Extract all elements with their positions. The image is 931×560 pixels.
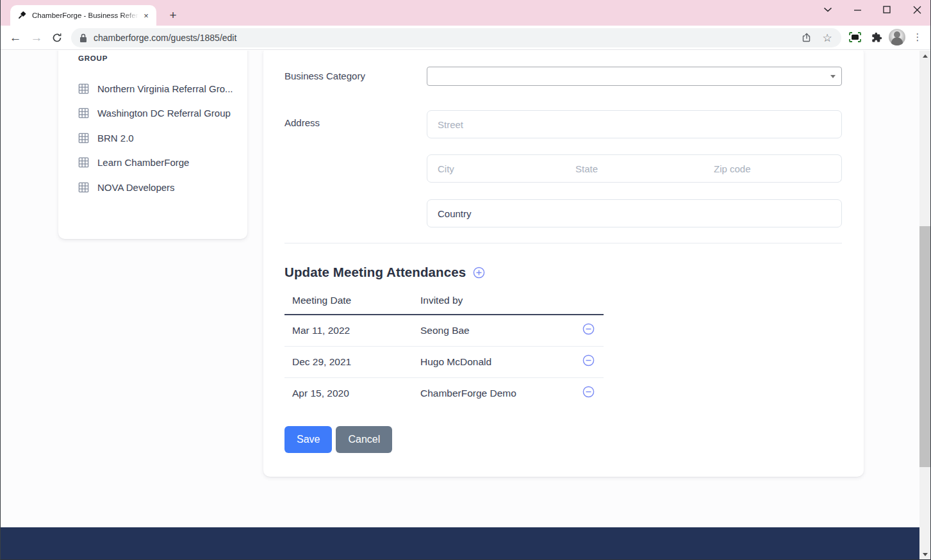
actions-column-header — [570, 295, 604, 315]
browser-window: ChamberForge - Business Referra × + ← → — [0, 0, 931, 560]
address-label: Address — [284, 117, 320, 128]
reload-button[interactable] — [47, 28, 67, 47]
remove-attendance-minus-circle-icon[interactable] — [582, 323, 595, 335]
sidebar-item-label: NOVA Developers — [97, 182, 175, 193]
close-window-button[interactable] — [907, 1, 927, 19]
sidebar-item-nova-developers[interactable]: NOVA Developers — [58, 175, 247, 200]
country-input[interactable] — [427, 199, 842, 227]
browser-tab[interactable]: ChamberForge - Business Referra × — [10, 5, 156, 26]
forward-button: → — [27, 28, 46, 47]
browser-toolbar: ← → chamberforge.com/guests/1885/edit — [1, 26, 930, 50]
grid-icon — [78, 133, 89, 144]
grid-icon — [78, 157, 89, 168]
arrow-up-icon — [923, 54, 928, 58]
group-heading: GROUP — [78, 54, 108, 62]
street-input[interactable] — [427, 110, 842, 138]
arrow-down-icon — [923, 553, 928, 556]
url-text[interactable]: chamberforge.com/guests/1885/edit — [94, 33, 798, 43]
sidebar-item-brn-2-0[interactable]: BRN 2.0 — [58, 126, 247, 151]
maximize-button[interactable] — [877, 1, 896, 19]
address-bar[interactable]: chamberforge.com/guests/1885/edit ☆ — [71, 28, 841, 47]
meeting-date-column-header: Meeting Date — [284, 295, 413, 315]
table-header-row: Meeting Date Invited by — [284, 295, 604, 315]
sidebar-item-learn-chamberforge[interactable]: Learn ChamberForge — [58, 151, 247, 176]
meeting-date-cell: Apr 15, 2020 — [284, 377, 413, 409]
gavel-favicon-icon — [17, 10, 27, 21]
state-input[interactable] — [565, 154, 704, 183]
attendance-heading: Update Meeting Attendances — [284, 265, 466, 280]
sidebar-item-label: BRN 2.0 — [97, 133, 134, 144]
invited-by-column-header: Invited by — [413, 295, 570, 315]
table-row: Mar 11, 2022 Seong Bae — [284, 315, 604, 346]
browser-menu-kebab-icon[interactable]: ⋮ — [909, 28, 927, 46]
sidebar-item-northern-virginia[interactable]: Northern Virginia Referral Gro... — [58, 76, 247, 101]
sidebar-item-washington-dc[interactable]: Washington DC Referral Group — [58, 101, 247, 126]
business-category-select[interactable] — [427, 67, 842, 86]
guest-edit-form-card: Business Category Address Update Meeting… — [263, 51, 864, 477]
scrollbar-up-button[interactable] — [919, 51, 930, 62]
sidebar-item-label: Northern Virginia Referral Gro... — [97, 83, 233, 94]
attendance-section: Update Meeting Attendances Meeting Date … — [284, 265, 842, 453]
meeting-date-cell: Dec 29, 2021 — [284, 346, 413, 377]
screen-capture-icon — [849, 32, 862, 42]
capture-extension-button[interactable] — [846, 28, 864, 46]
section-divider — [284, 243, 842, 243]
table-row: Dec 29, 2021 Hugo McDonald — [284, 346, 604, 377]
grid-icon — [78, 83, 89, 94]
save-button[interactable]: Save — [284, 426, 332, 453]
invited-by-cell: Seong Bae — [413, 315, 570, 346]
tab-close-icon[interactable]: × — [141, 10, 151, 21]
chevron-down-icon — [830, 75, 836, 78]
business-category-label: Business Category — [284, 70, 365, 81]
share-icon — [802, 33, 812, 43]
remove-attendance-minus-circle-icon[interactable] — [582, 386, 595, 398]
scrollbar-down-button[interactable] — [919, 549, 930, 560]
new-tab-button[interactable]: + — [165, 7, 181, 24]
tab-search-chevron-down-icon[interactable] — [818, 1, 837, 19]
zip-code-input[interactable] — [704, 154, 842, 183]
scrollbar-thumb[interactable] — [919, 226, 930, 467]
table-row: Apr 15, 2020 ChamberForge Demo — [284, 377, 604, 409]
invited-by-cell: ChamberForge Demo — [413, 377, 570, 409]
remove-attendance-minus-circle-icon[interactable] — [582, 354, 595, 366]
city-input[interactable] — [427, 154, 566, 183]
minimize-button[interactable] — [848, 1, 867, 19]
add-attendance-plus-circle-icon[interactable] — [473, 267, 485, 279]
grid-icon — [78, 182, 89, 193]
attendance-table: Meeting Date Invited by Mar 11, 2022 Seo… — [284, 295, 604, 409]
group-sidebar-card: GROUP Northern Virginia Referral Gro... … — [58, 51, 247, 239]
extensions-puzzle-icon[interactable] — [868, 28, 886, 46]
lock-icon — [79, 33, 87, 43]
page-footer — [1, 527, 930, 560]
page-content: GROUP Northern Virginia Referral Gro... … — [1, 51, 930, 560]
scrollbar[interactable] — [919, 51, 930, 560]
back-button[interactable]: ← — [6, 28, 25, 47]
sidebar-item-label: Learn ChamberForge — [97, 157, 189, 168]
bookmark-star-icon[interactable]: ☆ — [818, 29, 836, 47]
tab-title: ChamberForge - Business Referra — [32, 12, 141, 19]
meeting-date-cell: Mar 11, 2022 — [284, 315, 413, 346]
profile-avatar[interactable] — [889, 29, 905, 45]
sidebar-item-label: Washington DC Referral Group — [97, 108, 231, 119]
titlebar: ChamberForge - Business Referra × + — [1, 0, 930, 26]
grid-icon — [78, 108, 89, 119]
group-list: Northern Virginia Referral Gro... Washin… — [58, 76, 247, 200]
cancel-button[interactable]: Cancel — [336, 426, 392, 453]
share-button[interactable] — [798, 29, 816, 47]
invited-by-cell: Hugo McDonald — [413, 346, 570, 377]
